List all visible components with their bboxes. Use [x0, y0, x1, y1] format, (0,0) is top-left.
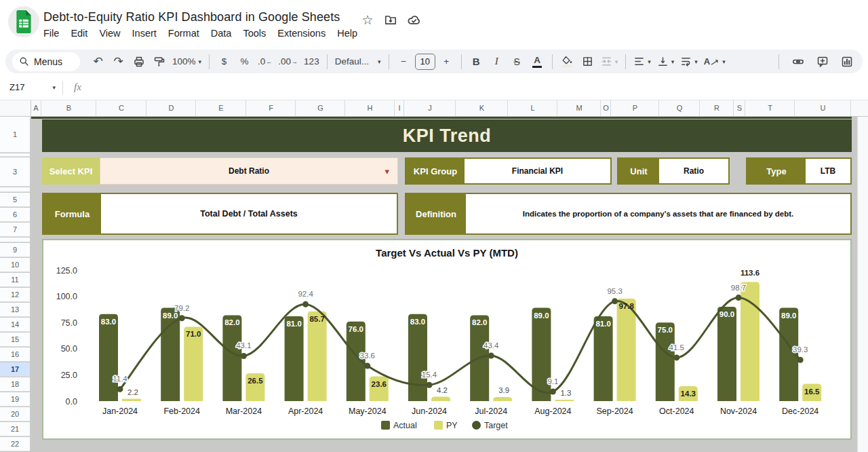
menu-view[interactable]: View: [99, 28, 120, 39]
increase-font-size-button[interactable]: +: [437, 52, 456, 71]
row-header-14[interactable]: 14: [0, 318, 31, 332]
text-wrap-button[interactable]: ▾: [678, 52, 700, 71]
redo-button[interactable]: ↷: [109, 52, 127, 71]
comment-add-icon: [816, 56, 829, 68]
column-header-I[interactable]: I: [395, 100, 404, 116]
column-header-C[interactable]: C: [97, 100, 146, 116]
menu-help[interactable]: Help: [337, 28, 357, 39]
strikethrough-button[interactable]: S: [508, 52, 526, 71]
menu-format[interactable]: Format: [168, 28, 199, 39]
search-menus-button[interactable]: Menus: [12, 52, 80, 71]
dropdown-arrow-icon: ▾: [384, 166, 389, 176]
row-header-3[interactable]: 3: [0, 157, 31, 187]
row-header-4[interactable]: [0, 187, 31, 192]
column-header-Q[interactable]: Q: [660, 100, 700, 116]
column-header-L[interactable]: L: [509, 100, 557, 116]
star-button[interactable]: ☆: [359, 12, 376, 28]
italic-button[interactable]: I: [488, 52, 506, 71]
row-header-20[interactable]: 20: [0, 407, 31, 421]
column-header-R[interactable]: R: [701, 100, 734, 116]
column-header-O[interactable]: O: [601, 100, 611, 116]
column-header-B[interactable]: B: [42, 100, 96, 116]
text-color-button[interactable]: A: [528, 52, 547, 71]
svg-text:2.2: 2.2: [127, 388, 138, 396]
column-header-J[interactable]: J: [405, 100, 456, 116]
horizontal-align-button[interactable]: ▾: [631, 52, 653, 71]
row-header-8[interactable]: [0, 238, 31, 242]
column-header-T[interactable]: T: [746, 100, 795, 116]
font-size-input[interactable]: 10: [415, 54, 435, 70]
row-header-11[interactable]: 11: [0, 273, 31, 287]
svg-text:May-2024: May-2024: [349, 407, 387, 416]
column-header-M[interactable]: M: [558, 100, 601, 116]
row-header-7[interactable]: 7: [0, 223, 31, 237]
row-header-12[interactable]: 12: [0, 288, 31, 302]
menu-extensions[interactable]: Extensions: [277, 28, 326, 39]
font-family-select[interactable]: Defaul... ▾: [333, 52, 383, 71]
column-header-D[interactable]: D: [147, 100, 196, 116]
column-header-E[interactable]: E: [197, 100, 246, 116]
decrease-decimal-button[interactable]: .0←: [256, 52, 274, 71]
row-header-18[interactable]: 18: [0, 377, 31, 392]
more-formats-button[interactable]: 123: [302, 52, 321, 71]
document-title[interactable]: Debt-to-Equity Ratio KPI Dashboard in Go…: [43, 10, 340, 24]
menu-insert[interactable]: Insert: [132, 28, 157, 39]
svg-text:83.0: 83.0: [410, 318, 425, 326]
column-header-H[interactable]: H: [346, 100, 395, 116]
row-header-5[interactable]: 5: [0, 193, 31, 207]
insert-comment-button[interactable]: [813, 52, 831, 71]
currency-format-button[interactable]: $: [215, 52, 233, 71]
row-header-16[interactable]: 16: [0, 347, 31, 362]
vertical-align-icon: [657, 56, 669, 67]
saved-status-button[interactable]: [406, 12, 422, 28]
column-header-G[interactable]: G: [296, 100, 345, 116]
row-header-15[interactable]: 15: [0, 333, 31, 347]
search-menus-label: Menus: [34, 56, 62, 67]
move-to-folder-button[interactable]: [382, 12, 399, 28]
menu-data[interactable]: Data: [211, 28, 232, 39]
row-header-19[interactable]: 19: [0, 392, 31, 407]
vertical-scrollbar[interactable]: [857, 117, 868, 452]
name-box[interactable]: Z17 ▾: [0, 82, 60, 92]
bold-button[interactable]: B: [467, 52, 486, 71]
vertical-align-button[interactable]: ▾: [655, 52, 677, 71]
column-header-S[interactable]: S: [734, 100, 745, 116]
paint-format-button[interactable]: [150, 52, 168, 71]
row-header-10[interactable]: 10: [0, 258, 31, 272]
row-header-21[interactable]: 21: [0, 422, 31, 436]
row-header-1[interactable]: 1: [0, 117, 31, 153]
column-header-A[interactable]: A: [31, 100, 41, 116]
row-header-9[interactable]: 9: [0, 243, 31, 257]
embedded-chart[interactable]: Target Vs Actual Vs PY (MTD)125.0100.075…: [42, 239, 852, 440]
star-icon: ☆: [361, 12, 373, 28]
text-rotation-button[interactable]: A ▾: [702, 52, 728, 71]
sheet-canvas[interactable]: KPI Trend Select KPI Debt Ratio ▾ KPI Gr…: [31, 117, 852, 452]
row-header-6[interactable]: 6: [0, 208, 31, 222]
borders-button[interactable]: [578, 52, 597, 71]
menu-file[interactable]: File: [43, 28, 59, 39]
insert-link-button[interactable]: [789, 52, 807, 71]
insert-chart-button[interactable]: [837, 52, 856, 71]
select-kpi-dropdown[interactable]: Debt Ratio ▾: [100, 157, 398, 185]
menu-tools[interactable]: Tools: [243, 28, 266, 39]
svg-text:89.0: 89.0: [781, 312, 796, 320]
row-header-13[interactable]: 13: [0, 303, 31, 317]
column-header-P[interactable]: P: [612, 100, 659, 116]
decrease-font-size-button[interactable]: −: [395, 52, 413, 71]
menu-edit[interactable]: Edit: [71, 28, 87, 39]
fill-color-button[interactable]: [558, 52, 576, 71]
column-header-K[interactable]: K: [456, 100, 508, 116]
zoom-select[interactable]: 100% ▾: [170, 52, 203, 71]
row-header-17[interactable]: 17: [0, 362, 31, 377]
row-header-22[interactable]: 22: [0, 437, 31, 451]
column-header-U[interactable]: U: [795, 100, 851, 116]
sheets-home-button[interactable]: [8, 6, 39, 37]
merge-cells-button[interactable]: ▾: [599, 52, 620, 71]
percent-format-button[interactable]: %: [235, 52, 254, 71]
row-header-2[interactable]: [0, 153, 31, 157]
column-header-F[interactable]: F: [247, 100, 296, 116]
select-all-corner[interactable]: [0, 100, 31, 117]
undo-button[interactable]: ↶: [89, 52, 107, 71]
print-button[interactable]: [130, 52, 148, 71]
increase-decimal-button[interactable]: .00→: [276, 52, 300, 71]
